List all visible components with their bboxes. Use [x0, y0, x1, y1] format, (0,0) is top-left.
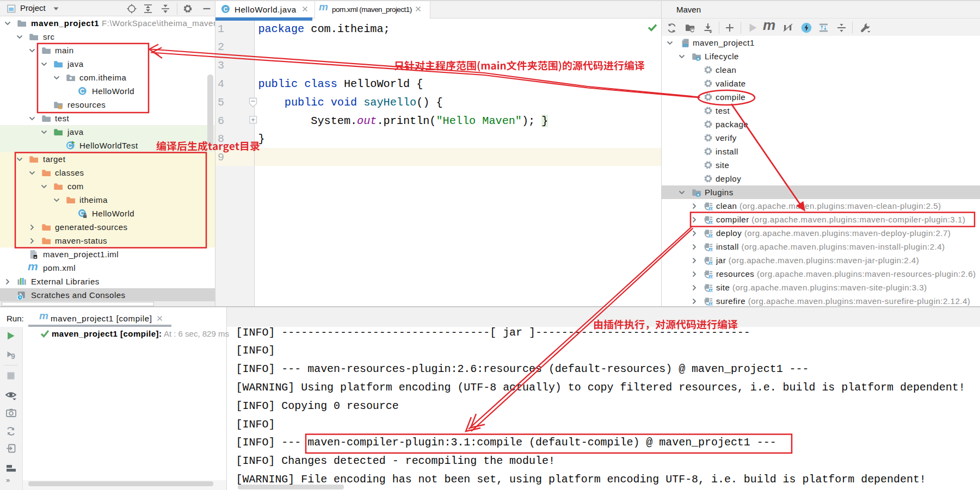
svg-text:C: C [224, 6, 228, 13]
svg-text:9: 9 [11, 352, 15, 359]
